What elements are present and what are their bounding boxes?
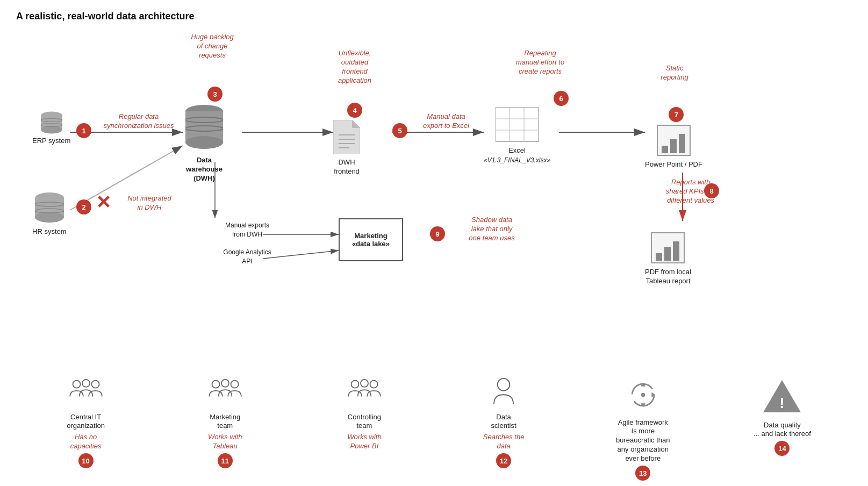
svg-marker-27 <box>352 120 360 128</box>
data-scientist-label: Datascientist <box>491 413 517 431</box>
manual-exports-label: Manual exportsfrom DWHGoogle AnalyticsAP… <box>215 221 279 266</box>
agile-label: Agile frameworkIs morebureaucratic thana… <box>616 418 670 463</box>
controlling-team-annotation: Works withPower BI <box>347 433 382 451</box>
annotation-6: Repeatingmanual effort tocreate reports <box>500 49 580 76</box>
excel-icon <box>496 107 539 144</box>
controlling-team-label: Controllingteam <box>348 413 381 431</box>
svg-rect-42 <box>656 253 662 261</box>
dwh-frontend-label: DWH frontend <box>334 158 360 176</box>
marketing-datalake-node: Marketing«data lake» <box>339 218 403 261</box>
bottom-section: Central ITorganization Has nocapacities … <box>0 377 868 481</box>
svg-point-46 <box>82 379 90 387</box>
powerpoint-icon <box>656 124 691 158</box>
svg-point-56 <box>641 392 645 396</box>
badge-1: 1 <box>76 123 91 138</box>
badge-10: 10 <box>78 453 94 468</box>
badge-11: 11 <box>218 453 233 468</box>
doc-icon <box>333 120 360 156</box>
svg-rect-44 <box>673 241 679 261</box>
data-scientist-annotation: Searches thedata <box>483 433 525 451</box>
pdf-tableau-icon <box>650 232 685 266</box>
excel-node: Excel «V1.3_FINAL_V3.xlsx» <box>484 107 550 165</box>
badge-14: 14 <box>774 441 790 456</box>
marketing-team-annotation: Works withTableau <box>208 433 242 451</box>
page-title: A realistic, real-world data architectur… <box>16 11 852 22</box>
central-it-annotation: Has nocapacities <box>70 433 102 451</box>
central-it-icon <box>67 377 105 409</box>
svg-rect-38 <box>662 146 668 153</box>
badge-9: 9 <box>430 226 445 241</box>
agile-item: Agile frameworkIs morebureaucratic thana… <box>573 377 713 481</box>
badge-5: 5 <box>392 123 407 138</box>
badge-3: 3 <box>207 87 223 102</box>
powerpoint-node: 7 Staticreporting Power Point / PDF <box>645 107 702 168</box>
badge-13: 13 <box>635 466 650 481</box>
badge-12: 12 <box>496 453 511 468</box>
data-scientist-item: Datascientist Searches thedata 12 <box>434 377 573 469</box>
annotation-4: Unflexible,outdatedfrontendapplication <box>317 49 392 85</box>
svg-rect-39 <box>670 139 677 153</box>
erp-icon <box>37 111 66 134</box>
red-x-icon: ✕ <box>96 191 111 213</box>
dwh-label: Data warehouse (DWH) <box>186 156 223 183</box>
marketing-team-icon <box>206 377 244 409</box>
hr-node: HR system <box>32 191 67 235</box>
controlling-team-item: Controllingteam Works withPower BI <box>295 377 434 469</box>
badge-6: 6 <box>554 91 569 106</box>
annotation-3: Huge backlogof changerequests <box>180 33 245 60</box>
svg-rect-43 <box>664 247 671 261</box>
marketing-team-item: Marketingteam Works withTableau 11 <box>155 377 295 469</box>
svg-point-13 <box>41 126 62 134</box>
svg-point-53 <box>370 380 377 388</box>
annotation-1: Regular datasynchronization issues <box>96 112 182 131</box>
svg-point-18 <box>35 212 64 223</box>
erp-label: ERP system <box>32 137 70 145</box>
annotation-7: Staticreporting <box>640 64 709 82</box>
controlling-team-icon <box>346 377 383 409</box>
badge-8: 8 <box>704 183 719 198</box>
svg-point-23 <box>185 136 223 149</box>
svg-point-45 <box>73 380 80 388</box>
svg-text:!: ! <box>780 395 785 411</box>
dwh-frontend-node: 4 Unflexible,outdatedfrontendapplication… <box>333 103 360 176</box>
svg-rect-40 <box>679 134 685 153</box>
annotation-5: Manual dataexport to Excel <box>411 112 481 131</box>
badge-4: 4 <box>347 103 362 118</box>
svg-point-51 <box>351 380 358 388</box>
marketing-datalake-icon: Marketing«data lake» <box>339 218 403 261</box>
data-scientist-icon <box>485 377 522 409</box>
badge-2: 2 <box>76 199 91 215</box>
svg-point-47 <box>91 380 99 388</box>
svg-point-48 <box>212 380 219 388</box>
annotation-9: Shadow datalake that onlyone team uses <box>451 216 532 243</box>
marketing-team-label: Marketingteam <box>210 413 240 431</box>
central-it-label: Central ITorganization <box>67 413 105 431</box>
main-container: A realistic, real-world data architectur… <box>0 0 868 486</box>
data-quality-label: Data quality... and lack thereof <box>754 421 811 439</box>
diagram-area: ERP system 1 Regular datasynchronization… <box>16 33 852 339</box>
badge-7: 7 <box>669 107 684 122</box>
svg-point-50 <box>231 380 238 388</box>
hr-label: HR system <box>32 227 67 235</box>
dwh-node: 3 Huge backlogof changerequests Data war… <box>185 87 223 183</box>
dwh-icon <box>185 104 223 154</box>
svg-point-49 <box>221 379 229 387</box>
svg-point-52 <box>361 379 368 387</box>
pdf-tableau-node: PDF from local Tableau report <box>645 232 691 286</box>
excel-label: Excel «V1.3_FINAL_V3.xlsx» <box>484 146 550 165</box>
data-quality-item: ! Data quality... and lack thereof 14 <box>713 377 852 456</box>
svg-point-54 <box>498 378 510 390</box>
powerpoint-label: Power Point / PDF <box>645 160 702 168</box>
hr-icon <box>35 191 64 225</box>
svg-rect-32 <box>496 107 539 142</box>
warning-triangle-icon: ! <box>761 377 804 417</box>
erp-node: ERP system <box>32 111 70 145</box>
annotation-2: Not integratedin DWH <box>117 194 182 212</box>
pdf-tableau-label: PDF from local Tableau report <box>645 268 691 286</box>
agile-icon <box>626 377 661 414</box>
central-it-item: Central ITorganization Has nocapacities … <box>16 377 155 469</box>
